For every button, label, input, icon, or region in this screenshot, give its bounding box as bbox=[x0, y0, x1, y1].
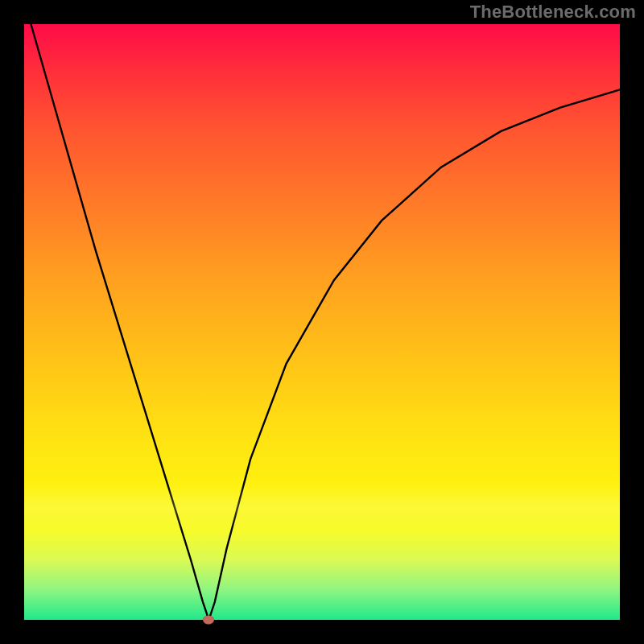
chart-container: TheBottleneck.com bbox=[0, 0, 644, 644]
curve-right-branch bbox=[208, 89, 620, 620]
curve-layer bbox=[24, 24, 620, 620]
curve-left-branch bbox=[24, 0, 208, 620]
watermark-text: TheBottleneck.com bbox=[470, 2, 636, 23]
optimal-point-marker bbox=[203, 616, 214, 625]
plot-area bbox=[24, 24, 620, 620]
